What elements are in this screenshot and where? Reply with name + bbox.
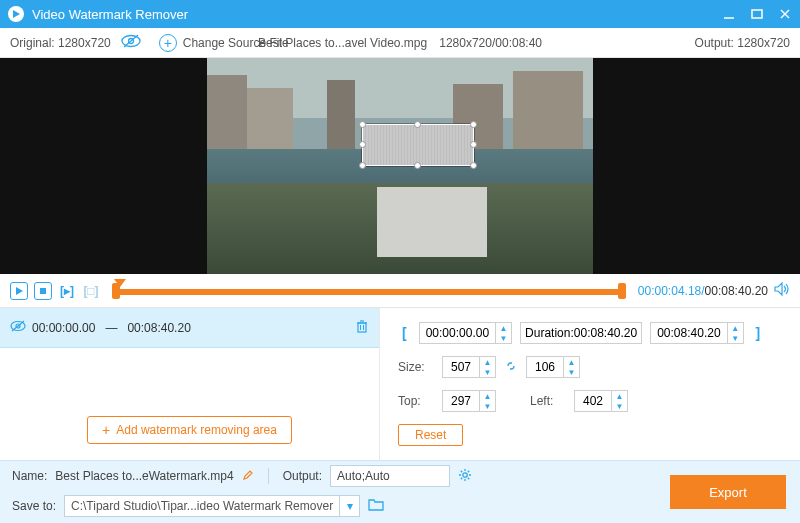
close-button[interactable]: [778, 7, 792, 21]
resize-handle-lc[interactable]: [359, 141, 366, 148]
save-to-dropdown-icon[interactable]: ▾: [339, 496, 359, 516]
app-logo-icon: [8, 6, 24, 22]
svg-marker-10: [775, 283, 782, 295]
duration-value: 00:08:40.20: [574, 326, 637, 340]
svg-rect-14: [358, 323, 366, 332]
volume-icon[interactable]: [774, 282, 790, 299]
timeline-handle-end[interactable]: [618, 283, 626, 299]
start-up[interactable]: ▲: [496, 323, 511, 333]
set-end-bracket-button[interactable]: ]: [752, 325, 765, 341]
playhead-icon[interactable]: [114, 279, 126, 287]
toolbar: Original: 1280x720 + Change Source File …: [0, 28, 800, 58]
left-stepper[interactable]: 402 ▲▼: [574, 390, 628, 412]
svg-point-19: [463, 472, 467, 476]
segments-panel: 00:00:00.00 — 00:08:40.20 + Add watermar…: [0, 308, 380, 460]
play-button[interactable]: [10, 282, 28, 300]
segment-row[interactable]: 00:00:00.00 — 00:08:40.20: [0, 308, 379, 348]
aspect-lock-icon[interactable]: [504, 359, 518, 376]
top-label: Top:: [398, 394, 434, 408]
minimize-button[interactable]: [722, 7, 736, 21]
segment-end: 00:08:40.20: [127, 321, 190, 335]
source-resolution-duration: 1280x720/00:08:40: [439, 36, 542, 50]
segment-eye-icon: [10, 320, 26, 335]
source-filename: Best Places to...avel Video.mpg: [258, 36, 427, 50]
save-to-field[interactable]: C:\Tipard Studio\Tipar...ideo Watermark …: [64, 495, 360, 517]
bottom-bar: Name: Best Places to...eWatermark.mp4 Ou…: [0, 460, 800, 523]
set-start-bracket-button[interactable]: [: [398, 325, 411, 341]
size-label: Size:: [398, 360, 434, 374]
middle-panels: 00:00:00.00 — 00:08:40.20 + Add watermar…: [0, 308, 800, 460]
properties-panel: [ 00:00:00.00 ▲▼ Duration:00:08:40.20 00…: [380, 308, 800, 460]
duration-box: Duration:00:08:40.20: [520, 322, 642, 344]
svg-line-26: [468, 470, 469, 471]
duration-label: Duration:: [525, 326, 574, 340]
titlebar: Video Watermark Remover: [0, 0, 800, 28]
end-up[interactable]: ▲: [728, 323, 743, 333]
start-down[interactable]: ▼: [496, 333, 511, 343]
height-stepper[interactable]: 106 ▲▼: [526, 356, 580, 378]
width-stepper[interactable]: 507 ▲▼: [442, 356, 496, 378]
resize-handle-tc[interactable]: [414, 121, 421, 128]
maximize-button[interactable]: [750, 7, 764, 21]
resize-handle-br[interactable]: [470, 162, 477, 169]
timeline-time: 00:00:04.18/00:08:40.20: [638, 284, 768, 298]
add-watermark-area-button[interactable]: + Add watermark removing area: [87, 416, 292, 444]
resize-handle-rc[interactable]: [470, 141, 477, 148]
end-down[interactable]: ▼: [728, 333, 743, 343]
svg-rect-2: [752, 10, 762, 18]
svg-marker-8: [16, 287, 23, 295]
output-name-value: Best Places to...eWatermark.mp4: [55, 469, 233, 483]
output-format-label: Output:: [283, 469, 322, 483]
timeline-track[interactable]: [114, 285, 624, 297]
resize-handle-bl[interactable]: [359, 162, 366, 169]
preview-toggle-icon[interactable]: [121, 34, 141, 51]
export-button[interactable]: Export: [670, 475, 786, 509]
video-preview[interactable]: [207, 58, 593, 274]
resize-handle-tl[interactable]: [359, 121, 366, 128]
segment-start: 00:00:00.00: [32, 321, 95, 335]
stop-button[interactable]: [34, 282, 52, 300]
watermark-selection-rect[interactable]: [362, 124, 474, 166]
svg-rect-9: [40, 288, 46, 294]
resize-handle-tr[interactable]: [470, 121, 477, 128]
preview-area: [0, 58, 800, 274]
original-resolution-label: Original: 1280x720: [10, 36, 111, 50]
output-resolution-label: Output: 1280x720: [695, 36, 790, 50]
output-format-box[interactable]: Auto;Auto: [330, 465, 450, 487]
edit-name-icon[interactable]: [242, 469, 254, 484]
start-time-stepper[interactable]: 00:00:00.00 ▲▼: [419, 322, 512, 344]
svg-line-27: [461, 477, 462, 478]
reset-button[interactable]: Reset: [398, 424, 463, 446]
plus-icon: +: [102, 422, 110, 438]
svg-marker-0: [13, 10, 20, 18]
resize-handle-bc[interactable]: [414, 162, 421, 169]
name-label: Name:: [12, 469, 47, 483]
timeline-row: [▸] [□] 00:00:04.18/00:08:40.20: [0, 274, 800, 308]
output-format-value: Auto;Auto: [337, 469, 390, 483]
step-forward-button[interactable]: [▸]: [58, 282, 76, 300]
svg-line-24: [461, 470, 462, 471]
segment-dash: —: [105, 321, 117, 335]
step-backward-button[interactable]: [□]: [82, 282, 100, 300]
save-to-value: C:\Tipard Studio\Tipar...ideo Watermark …: [65, 499, 339, 513]
change-source-plus-icon[interactable]: +: [159, 34, 177, 52]
add-area-label: Add watermark removing area: [116, 423, 277, 437]
end-time-stepper[interactable]: 00:08:40.20 ▲▼: [650, 322, 743, 344]
left-label: Left:: [530, 394, 566, 408]
svg-line-25: [468, 477, 469, 478]
delete-segment-icon[interactable]: [355, 319, 369, 336]
top-stepper[interactable]: 297 ▲▼: [442, 390, 496, 412]
save-to-label: Save to:: [12, 499, 56, 513]
output-settings-icon[interactable]: [458, 468, 472, 485]
app-title: Video Watermark Remover: [32, 7, 188, 22]
open-folder-icon[interactable]: [368, 498, 384, 514]
